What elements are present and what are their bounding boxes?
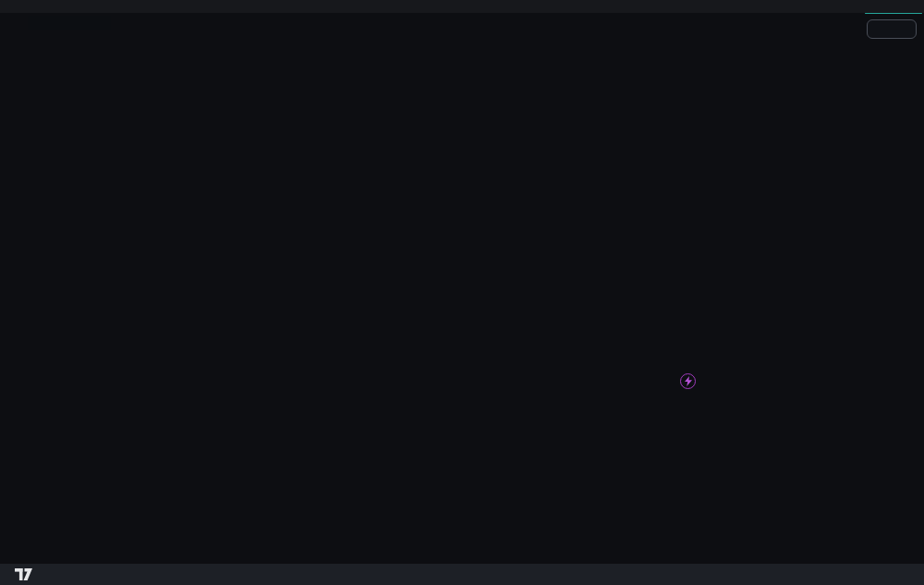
last-price-badge [865,13,922,14]
currency-button[interactable] [867,19,917,39]
symbol-legend [28,16,111,30]
lightning-icon [684,376,693,386]
ohlc-open [42,18,44,29]
volume-field [94,18,97,29]
chart-area[interactable] [0,13,924,564]
last-price-value [865,13,922,14]
tradingview-chart-screenshot [0,0,924,585]
bottom-bar [0,564,924,585]
ohlc-close [75,18,78,29]
ohlc-low [64,18,67,29]
tradingview-logo-icon[interactable] [15,568,32,580]
ohlc-high [53,18,55,29]
flash-action-button[interactable] [680,373,696,389]
publisher-header [0,0,924,13]
